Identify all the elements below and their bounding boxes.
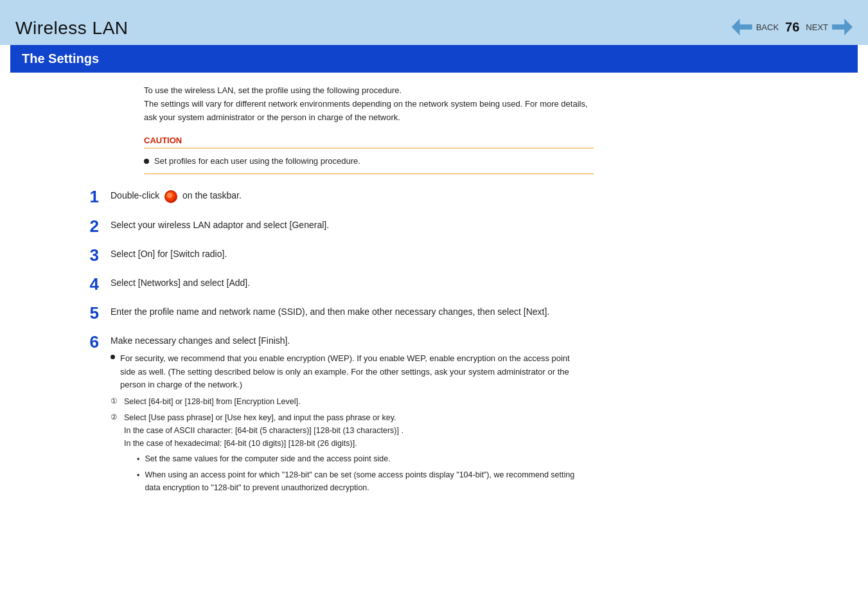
page-title: Wireless LAN	[15, 18, 128, 39]
next-arrow-icon	[832, 19, 853, 35]
caution-section: CAUTION Set profiles for each user using…	[144, 136, 594, 174]
section-title: The Settings	[22, 51, 99, 66]
taskbar-icon	[164, 190, 177, 203]
step-1-content: Double-click on the taskbar.	[111, 187, 242, 202]
step-6-hex-text: In the case of hexadecimal: [64-bit (10 …	[124, 439, 357, 448]
sub-bullet-dot-1	[111, 355, 115, 359]
caution-item: Set profiles for each user using the fol…	[144, 151, 594, 171]
nav-controls: BACK 76 NEXT	[732, 18, 853, 39]
header-bar: Wireless LAN BACK 76 NEXT	[0, 0, 868, 45]
step-6-numbered-1-text: Select [64-bit] or [128-bit] from [Encry…	[124, 395, 300, 408]
inner-bullet-2: • When using an access point for which "…	[137, 468, 581, 494]
step-6-numbered-2-text: Select [Use pass phrase] or [Use hex key…	[124, 413, 396, 422]
step-6-numbered-2-content: Select [Use pass phrase] or [Use hex key…	[124, 411, 581, 494]
inner-bullet-1: • Set the same values for the computer s…	[137, 452, 581, 466]
step-6-subbullet-1: For security, we recommend that you enab…	[111, 352, 581, 392]
intro-line1: To use the wireless LAN, set the profile…	[144, 84, 594, 98]
step-6-content: Make necessary changes and select [Finis…	[111, 332, 581, 494]
bullet-icon	[144, 159, 149, 164]
step-4-text: Select [Networks] and select [Add].	[111, 276, 250, 290]
step-6-numbered-1: ① Select [64-bit] or [128-bit] from [Enc…	[111, 395, 581, 408]
page-number: 76	[785, 20, 799, 35]
back-button[interactable]	[732, 18, 752, 36]
step-3: 3 Select [On] for [Switch radio].	[80, 245, 581, 265]
step-5-text: Enter the profile name and network name …	[111, 305, 549, 319]
back-arrow-icon	[732, 19, 752, 35]
intro-line2: The settings will vary for different net…	[144, 98, 594, 125]
step-1: 1 Double-click on the taskbar.	[80, 187, 581, 207]
inner-bullet-dot-1: •	[137, 453, 139, 466]
step-4-content: Select [Networks] and select [Add].	[111, 274, 250, 290]
steps-container: 1 Double-click on the taskbar. 2 Select …	[80, 187, 581, 494]
step-5: 5 Enter the profile name and network nam…	[80, 303, 581, 323]
step-6-number: 6	[80, 332, 99, 352]
step-2-content: Select your wireless LAN adaptor and sel…	[111, 217, 329, 232]
inner-bullet-dot-2: •	[137, 469, 139, 482]
step-3-content: Select [On] for [Switch radio].	[111, 245, 227, 261]
caution-top-divider	[144, 148, 594, 148]
step-3-number: 3	[80, 245, 99, 265]
step-5-number: 5	[80, 303, 99, 323]
circled-1-icon: ①	[111, 395, 118, 407]
step-6-subbullet-1-text: For security, we recommend that you enab…	[120, 352, 581, 392]
section-title-bar: The Settings	[10, 45, 858, 73]
step-2: 2 Select your wireless LAN adaptor and s…	[80, 217, 581, 236]
step-6-numbered-2: ② Select [Use pass phrase] or [Use hex k…	[111, 411, 581, 494]
circled-2-icon: ②	[111, 411, 118, 423]
next-label: NEXT	[806, 22, 828, 32]
step-4-number: 4	[80, 274, 99, 294]
inner-bullet-2-text: When using an access point for which "12…	[145, 468, 581, 494]
step-6: 6 Make necessary changes and select [Fin…	[80, 332, 581, 494]
next-button[interactable]	[832, 18, 853, 36]
back-label: BACK	[756, 22, 779, 32]
intro-text: To use the wireless LAN, set the profile…	[144, 84, 594, 124]
step-1-number: 1	[80, 187, 99, 207]
step-3-text: Select [On] for [Switch radio].	[111, 247, 227, 261]
step-5-content: Enter the profile name and network name …	[111, 303, 549, 319]
step-2-text: Select your wireless LAN adaptor and sel…	[111, 218, 329, 232]
step-2-number: 2	[80, 217, 99, 236]
step-4: 4 Select [Networks] and select [Add].	[80, 274, 581, 294]
main-content: To use the wireless LAN, set the profile…	[0, 73, 868, 519]
step-6-ascii-text: In the case of ASCII character: [64-bit …	[124, 426, 403, 435]
step-6-text: Make necessary changes and select [Finis…	[111, 333, 581, 348]
inner-bullet-1-text: Set the same values for the computer sid…	[145, 452, 390, 465]
step-1-text: Double-click on the taskbar.	[111, 188, 242, 202]
caution-text: Set profiles for each user using the fol…	[154, 156, 360, 166]
caution-bottom-divider	[144, 173, 594, 174]
caution-label: CAUTION	[144, 136, 594, 145]
